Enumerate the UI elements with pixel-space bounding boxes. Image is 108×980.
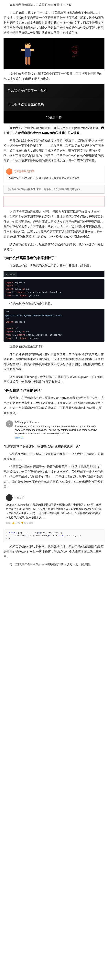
q2-p: 我没有，在视频发布之后，原作者Viet Nguyen在我的yt平台留下评论，几个… — [3, 395, 105, 415]
illustration-person — [3, 38, 53, 69]
weibo-body: 【视频中"我们写的软件"】来自开源项目，我之前的表述是错误的。 — [6, 176, 102, 180]
commit-p1: 这是事情的经过是这样的： — [3, 344, 105, 349]
yt-after: 详细和细致的公开，但左并没有删除给我留了一个人我已打的留言。正如大家解释…… — [3, 452, 105, 461]
svg-rect-6 — [66, 40, 93, 67]
commit-p3: 这件事情的正(zheng)，我委托第三方找到原作者Viet Nguyen，并把他… — [3, 374, 105, 384]
q1-title: "为什么代码里作者的名字删掉了" — [3, 255, 105, 261]
code-block-2: 1ForEach-png -i $_ -t *.png).ForceFullNa… — [3, 529, 105, 542]
svg-text::H######H:: :H######H: — [73, 52, 77, 53]
slide-1: 所以我们专门写了一个软件 — [3, 84, 105, 98]
youtube-comment: V @VI nguyen 14 hours ago By the way, yo… — [3, 418, 105, 442]
closing-p2: 再一次跟原作者Viet Nguyen和关注我们的人说对不起，抱原图。 — [3, 562, 105, 567]
video-slides: 所以我们专门写了一个软件 可以把预览动画里的色块 转换成字符 — [3, 84, 105, 124]
yt-name[interactable]: @VI nguyen — [15, 421, 28, 423]
license-p1: 但是那我使用的代码属于MIT协议的授权范围内(详见《征求意见稿》)并不构成侵权，… — [3, 464, 105, 489]
yt-translate-link[interactable]: 译成中文 — [15, 436, 102, 439]
svg-rect-3 — [30, 49, 34, 51]
slide-2: 可以把预览动画里的色块 — [3, 98, 105, 111]
q2-title: "是否删除了作者的评论" — [3, 388, 105, 394]
closing-p1: 经经我提供的代码，经核实、代码无法运行，无法运行的防原因是我使算是使用的是Pow… — [3, 544, 105, 559]
code-block-1: img2txt.py import import argparseargpars… — [3, 270, 105, 299]
svg-text:::.:.:::: ::.:.::: — [74, 45, 77, 46]
para2-p1: 之前以过是我缺乏出现2个错误。是因为为了撰写视频的文案描述出软件，我问同学他还不… — [3, 209, 105, 239]
commit-p2: 这个项目最早的时候确实有作者信息的注释，原作者自己的主页里也有作者署名。所以我同… — [3, 352, 105, 372]
svg-text:### :: ###: ### :: ### — [73, 55, 77, 56]
slide-3: 转换成字符 — [3, 111, 105, 124]
bili-body: uppppp 4: 过来专些们：该款的开源协议不是考察到815这个子直说的GPL… — [6, 503, 102, 520]
yt-time: 14 hours ago — [29, 421, 41, 423]
q1-after: 但是未删掉任何信息的作者信息。 — [3, 301, 105, 306]
yt-body: By the way, you're correct that my comme… — [15, 425, 102, 435]
svg-text:###H####H####: ###H####H#### — [71, 49, 77, 51]
bili-meta[interactable]: 1天前 👍 1776 👎 分享 回复 — [6, 521, 102, 525]
quote-block-1: 【视频中"我们写的软件"】来自开源项目，我之前的表述是错误的。 — [3, 185, 105, 194]
svg-text:#H########H: #H########H — [72, 47, 77, 48]
illustration-ascii: ::.:.::: :####H###: #H########H ##H#####… — [55, 38, 105, 69]
intro-p2: 在11月15日，我发布了一个名为《我用36万行备忘录做了个动画……》的视频。视频… — [3, 10, 105, 35]
svg-text:##H######H##: ##H######H## — [72, 48, 77, 49]
svg-text:##H#######H#: ##H#######H# — [72, 51, 77, 52]
credit-p2: 开屏后的版本中的字符的滚动速度上传的。课真了，后面就能进入参考更多考虑冲击一下某… — [3, 138, 105, 163]
para2-p2: 除了基本的表了之外，这主要有3个方面引发的争议，包(bao)含了作方面的考虑。 — [3, 242, 105, 252]
svg-rect-4 — [25, 57, 27, 65]
svg-rect-2 — [21, 49, 25, 51]
bilibili-comment: 稀有猿诉 uppppp 4: 过来专些们：该款的开源协议不是考察到815这个子直… — [3, 492, 105, 527]
weibo-username[interactable]: 老师好我叫何同学 — [14, 169, 34, 173]
quote-empty — [3, 196, 105, 207]
svg-rect-5 — [28, 57, 30, 65]
code-tab: img2txt.py — [3, 272, 17, 277]
video-desc: 视频中55秒的我说的"所以我们专门写了一个软件，可以把预览动画里的色块转换成字符… — [3, 71, 105, 81]
yt-avatar[interactable]: V — [6, 420, 13, 428]
bili-avatar[interactable] — [6, 494, 13, 501]
weibo-post-1: 老师好我叫何同学 【视频中"我们写的软件"】来自开源项目，我之前的表述是错误的。 — [3, 166, 105, 183]
avatar — [6, 169, 12, 175]
svg-rect-1 — [25, 48, 31, 57]
bili-name[interactable]: 稀有猿诉 — [15, 496, 24, 500]
intro-p1: 大家好我是何同学，在这里跟大家郑重道一个歉。 — [3, 2, 105, 8]
yt-cn: "以前我有两个明确说权，我也在代为什么在再次说明一次" — [3, 444, 105, 449]
credit-p1: 因为我们在视频中展示的软件是由开源项目ASCII-generator改动而来。我… — [3, 126, 105, 135]
svg-text:#H#    #H#: #H# #H# — [72, 56, 76, 57]
image-row-1: ::.:.::: :####H###: #H########H ##H#####… — [3, 38, 105, 69]
q1-p: 情况是这样的：听说代码文件里确实没有原作者信息，如下图， — [3, 263, 105, 268]
svg-text::####H###:: :####H###: — [73, 46, 77, 47]
code-block-author: """ @author: Viet Nguyen <nhviet1009@gma… — [3, 309, 105, 342]
svg-text::.#####.:: :.#####.: — [73, 53, 77, 54]
